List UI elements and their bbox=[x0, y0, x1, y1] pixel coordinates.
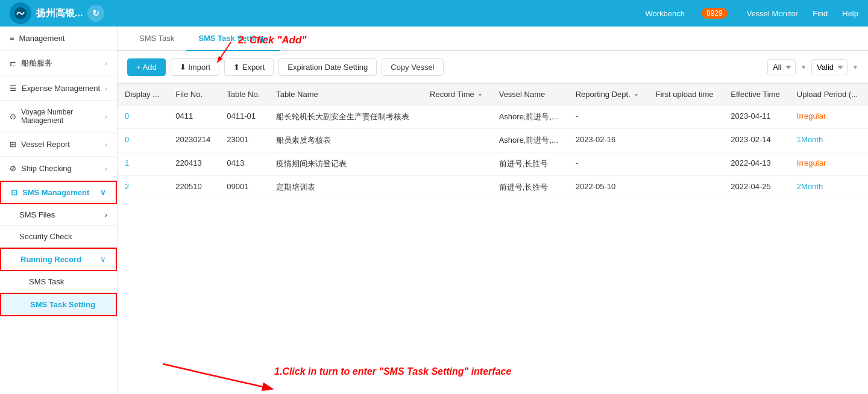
tab-sms-task[interactable]: SMS Task bbox=[127, 27, 186, 51]
table-row: 0 0411 0411-01 船长轮机长大副安全生产责任制考核表 Ashore,… bbox=[118, 105, 868, 129]
expense-icon: ☰ bbox=[10, 84, 17, 93]
cell-record-time bbox=[423, 129, 492, 152]
expiration-date-button[interactable]: Expiration Date Setting bbox=[278, 58, 377, 76]
sort-icon: ▾ bbox=[479, 92, 482, 98]
sidebar-label-expense: Expense Management bbox=[22, 84, 100, 93]
sort-icon: ▾ bbox=[635, 92, 638, 98]
sidebar-item-sms-task-setting[interactable]: SMS Task Setting bbox=[0, 293, 117, 316]
cell-vessel-name: 前进号,长胜号 bbox=[492, 176, 568, 199]
sidebar-item-sms-task[interactable]: SMS Task bbox=[0, 271, 117, 293]
tab-sms-task-label: SMS Task bbox=[139, 34, 174, 43]
table-row: 2 220510 09001 定期培训表 前进号,长胜号 2022-05-10 … bbox=[118, 176, 868, 199]
col-header-display: Display ... bbox=[118, 84, 168, 105]
sidebar-label-sms-management: SMS Management bbox=[22, 188, 89, 197]
logo-icon bbox=[10, 2, 31, 24]
copy-label: Copy Vessel bbox=[391, 63, 434, 72]
cell-file-no: 220413 bbox=[168, 152, 219, 176]
chevron-icon: › bbox=[105, 85, 107, 92]
cell-record-time bbox=[423, 176, 492, 199]
help-nav[interactable]: Help bbox=[842, 9, 858, 18]
sidebar-label-vessel-report: Vessel Report bbox=[21, 140, 70, 149]
sidebar-label-sms-files: SMS Files bbox=[19, 210, 55, 219]
data-table-container: Display ... File No. Table No. Table Nam… bbox=[118, 83, 868, 199]
export-label: ⬆ Export bbox=[233, 63, 265, 72]
cell-display: 2 bbox=[118, 176, 168, 199]
chevron-expand-icon: ∨ bbox=[100, 188, 106, 197]
col-header-reporting-dept[interactable]: Reporting Dept. ▾ bbox=[568, 84, 649, 105]
sidebar-item-expense[interactable]: ☰ Expense Management › bbox=[0, 77, 117, 101]
chevron-icon: › bbox=[105, 60, 107, 67]
import-button[interactable]: ⬇ Import bbox=[171, 58, 219, 76]
voyage-icon: ⊙ bbox=[10, 112, 16, 121]
cell-file-no: 220510 bbox=[168, 176, 219, 199]
cell-first-upload bbox=[648, 129, 723, 152]
cell-file-no: 0411 bbox=[168, 105, 219, 129]
filter-valid-select[interactable]: Valid bbox=[811, 59, 848, 75]
cell-upload-period: 1Month bbox=[790, 129, 868, 152]
table-row: 0 20230214 23001 船员素质考核表 Ashore,前进号,... … bbox=[118, 129, 868, 152]
top-nav: 扬州高银... ↻ Workbench 8929 Vessel Monitor … bbox=[0, 0, 868, 27]
sidebar-label-running-record: Running Record bbox=[20, 255, 81, 264]
cell-effective-time: 2022-04-13 bbox=[723, 152, 790, 176]
copy-vessel-button[interactable]: Copy Vessel bbox=[382, 58, 443, 76]
sidebar-item-sms-management[interactable]: ⊡ SMS Management ∨ bbox=[0, 181, 117, 204]
cell-file-no: 20230214 bbox=[168, 129, 219, 152]
cell-effective-time: 2022-04-25 bbox=[723, 176, 790, 199]
cell-upload-period: 2Month bbox=[790, 176, 868, 199]
col-header-vessel-name: Vessel Name bbox=[492, 84, 568, 105]
col-header-record-time[interactable]: Record Time ▾ bbox=[423, 84, 492, 105]
sidebar-item-security-check[interactable]: Security Check bbox=[0, 226, 117, 248]
sms-management-icon: ⊡ bbox=[11, 188, 17, 197]
toolbar: 2. Click "Add" + Add ⬇ Import ⬆ Export bbox=[118, 51, 868, 83]
cell-table-no: 23001 bbox=[219, 129, 269, 152]
cell-first-upload bbox=[648, 176, 723, 199]
cell-effective-time: 2023-02-14 bbox=[723, 129, 790, 152]
cell-effective-time: 2023-04-11 bbox=[723, 105, 790, 129]
sidebar-item-sms-files[interactable]: SMS Files › bbox=[0, 204, 117, 226]
tab-sms-task-settings[interactable]: SMS Task Settings bbox=[186, 27, 280, 51]
sidebar-item-voyage[interactable]: ⊙ Voyage Number Management › bbox=[0, 101, 117, 133]
top-nav-items: Workbench 8929 Vessel Monitor Find Help bbox=[645, 8, 858, 19]
sidebar-item-management[interactable]: ≡ Management bbox=[0, 27, 117, 51]
col-header-effective-time: Effective Time bbox=[723, 84, 790, 105]
vessel-monitor-nav[interactable]: Vessel Monitor bbox=[747, 9, 798, 18]
add-button[interactable]: + Add bbox=[127, 58, 166, 76]
sidebar-label-ship-checking: Ship Checking bbox=[21, 164, 72, 173]
vessel-report-icon: ⊞ bbox=[10, 140, 16, 149]
col-header-file-no: File No. bbox=[168, 84, 219, 105]
refresh-icon[interactable]: ↻ bbox=[87, 5, 104, 22]
workbench-label[interactable]: Workbench bbox=[645, 9, 685, 18]
logo-area: 扬州高银... ↻ bbox=[10, 2, 638, 24]
cell-table-name: 定期培训表 bbox=[269, 176, 423, 199]
ship-checking-icon: ⊘ bbox=[10, 164, 16, 173]
expiration-label: Expiration Date Setting bbox=[288, 63, 368, 72]
tab-sms-task-settings-label: SMS Task Settings bbox=[198, 34, 268, 43]
sidebar-item-vessel-report[interactable]: ⊞ Vessel Report › bbox=[0, 133, 117, 157]
filter-triangle-icon: ▼ bbox=[800, 64, 807, 70]
col-header-table-name: Table Name bbox=[269, 84, 423, 105]
annotation-step1: 1.Click in turn to enter "SMS Task Setti… bbox=[274, 366, 511, 377]
sidebar: ≡ Management ⊏ 船舶服务 › ☰ Expense Manageme… bbox=[0, 27, 118, 394]
cell-reporting-dept: - bbox=[568, 105, 649, 129]
toolbar-filters: All ▼ Valid ▼ bbox=[767, 59, 858, 75]
find-nav[interactable]: Find bbox=[813, 9, 828, 18]
col-header-table-no: Table No. bbox=[219, 84, 269, 105]
chevron-icon: › bbox=[105, 113, 107, 120]
workbench-badge: 8929 bbox=[702, 8, 728, 19]
cell-upload-period: Irregular bbox=[790, 152, 868, 176]
chevron-expand-icon: ∨ bbox=[100, 255, 106, 264]
cell-reporting-dept: 2022-05-10 bbox=[568, 176, 649, 199]
management-icon: ≡ bbox=[10, 34, 14, 43]
sidebar-item-ship-service[interactable]: ⊏ 船舶服务 › bbox=[0, 51, 117, 77]
chevron-icon: › bbox=[105, 210, 107, 219]
export-button[interactable]: ⬆ Export bbox=[224, 58, 274, 76]
filter-all-select[interactable]: All bbox=[767, 59, 796, 75]
cell-table-no: 0413 bbox=[219, 152, 269, 176]
cell-table-name: 船长轮机长大副安全生产责任制考核表 bbox=[269, 105, 423, 129]
cell-vessel-name: Ashore,前进号,... bbox=[492, 129, 568, 152]
sidebar-label-sms-task-setting: SMS Task Setting bbox=[30, 300, 95, 309]
filter-valid-triangle-icon: ▼ bbox=[852, 64, 858, 70]
sidebar-item-running-record[interactable]: Running Record ∨ bbox=[0, 248, 117, 271]
sidebar-label-security-check: Security Check bbox=[19, 232, 72, 241]
sidebar-item-ship-checking[interactable]: ⊘ Ship Checking › bbox=[0, 157, 117, 181]
